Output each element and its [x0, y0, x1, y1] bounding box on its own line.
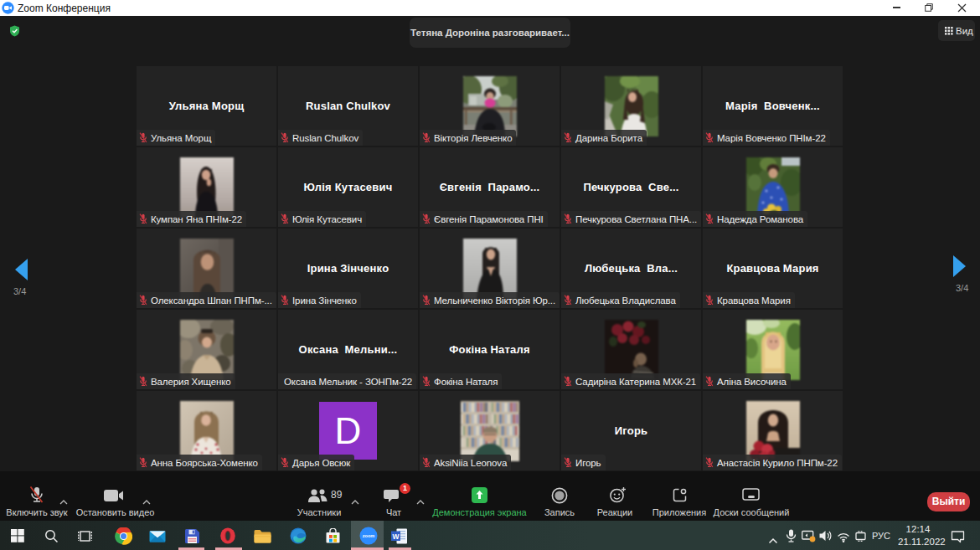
svg-text:zoom: zoom [363, 533, 375, 538]
svg-text:W: W [392, 532, 400, 541]
